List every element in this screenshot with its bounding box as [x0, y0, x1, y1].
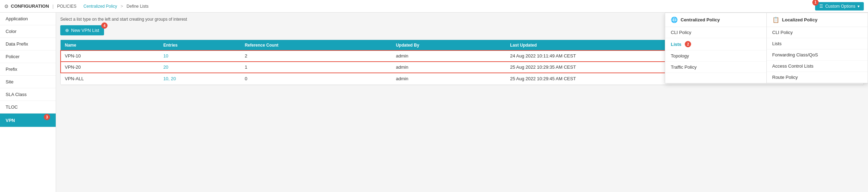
custom-options-icon: ☰: [819, 4, 823, 9]
custom-options-button[interactable]: 1 ☰ Custom Options ▾: [815, 2, 864, 11]
custom-options-badge: 1: [812, 0, 819, 6]
plus-icon: ⊕: [65, 28, 69, 33]
gear-icon: ⚙: [4, 4, 9, 9]
sidebar-item-sla-class[interactable]: SLA Class: [0, 88, 56, 101]
breadcrumb-current: Define Lists: [126, 4, 149, 9]
row1-entries-link[interactable]: 10: [163, 53, 168, 59]
top-bar: ⚙ CONFIGURATION | POLICIES Centralized P…: [0, 0, 868, 13]
localized-cli-policy[interactable]: CLI Policy: [767, 27, 868, 38]
chevron-down-icon: ▾: [857, 4, 860, 9]
row2-ref: 1: [241, 62, 392, 73]
sidebar: Application Color Data Prefix Policer Pr…: [0, 13, 56, 192]
sidebar-item-vpn-label: VPN: [6, 118, 15, 123]
col-name: Name: [61, 40, 159, 50]
centralized-cli-policy[interactable]: CLI Policy: [665, 27, 766, 38]
sidebar-item-policer[interactable]: Policer: [0, 50, 56, 63]
main-layout: Application Color Data Prefix Policer Pr…: [0, 13, 868, 192]
new-vpn-badge: 4: [101, 22, 108, 29]
centralized-policy-col: 🌐 Centralized Policy CLI Policy Lists 2 …: [665, 13, 766, 83]
vpn-badge: 3: [44, 114, 50, 120]
sidebar-item-application[interactable]: Application: [0, 13, 56, 25]
row3-entries[interactable]: 10, 20: [159, 73, 241, 85]
centralized-traffic-policy[interactable]: Traffic Policy: [665, 62, 766, 73]
row3-ref: 0: [241, 73, 392, 85]
sidebar-item-vpn[interactable]: VPN 3: [0, 114, 56, 127]
row1-entries[interactable]: 10: [159, 50, 241, 62]
sidebar-item-color[interactable]: Color: [0, 25, 56, 38]
custom-options-dropdown: 🌐 Centralized Policy CLI Policy Lists 2 …: [665, 13, 868, 83]
custom-options-label: Custom Options: [825, 4, 855, 9]
localized-policy-title: Localized Policy: [782, 17, 818, 22]
row3-entries-link[interactable]: 10, 20: [163, 76, 176, 81]
centralized-topology[interactable]: Topology: [665, 50, 766, 62]
row2-name: VPN-20: [61, 62, 159, 73]
row1-name: VPN-10: [61, 50, 159, 62]
centralized-policy-link[interactable]: Centralized Policy: [83, 4, 117, 9]
row2-entries-link[interactable]: 20: [163, 64, 168, 70]
row2-entries[interactable]: 20: [159, 62, 241, 73]
col-ref-count: Reference Count: [241, 40, 392, 50]
row1-updated-by: admin: [392, 50, 506, 62]
localized-route-policy[interactable]: Route Policy: [767, 72, 868, 83]
row3-name: VPN-ALL: [61, 73, 159, 85]
sidebar-item-tloc[interactable]: TLOC: [0, 101, 56, 114]
sidebar-item-prefix[interactable]: Prefix: [0, 63, 56, 76]
localized-policy-col: 📋 Localized Policy CLI Policy Lists Forw…: [767, 13, 868, 83]
col-entries: Entries: [159, 40, 241, 50]
sidebar-item-data-prefix[interactable]: Data Prefix: [0, 38, 56, 50]
col-updated-by: Updated By: [392, 40, 506, 50]
localized-acl[interactable]: Access Control Lists: [767, 61, 868, 72]
row3-updated-by: admin: [392, 73, 506, 85]
localized-lists[interactable]: Lists: [767, 38, 868, 49]
localized-icon: 📋: [772, 16, 779, 23]
policies-label: POLICIES: [57, 4, 76, 9]
centralized-lists[interactable]: Lists 2: [665, 38, 766, 50]
centralized-policy-title: Centralized Policy: [681, 17, 720, 22]
row2-updated-by: admin: [392, 62, 506, 73]
lists-badge: 2: [685, 41, 691, 47]
row1-ref: 2: [241, 50, 392, 62]
content-area: Select a list type on the left and start…: [56, 13, 868, 192]
localized-policy-header: 📋 Localized Policy: [767, 13, 868, 27]
new-vpn-list-button[interactable]: ⊕ New VPN List 4: [60, 25, 104, 35]
new-vpn-label: New VPN List: [71, 28, 99, 33]
localized-forwarding-class[interactable]: Forwarding Class/QoS: [767, 49, 868, 61]
breadcrumb: ⚙ CONFIGURATION | POLICIES Centralized P…: [4, 4, 149, 9]
centralized-policy-header: 🌐 Centralized Policy: [665, 13, 766, 27]
config-label: CONFIGURATION: [11, 4, 49, 9]
sidebar-item-site[interactable]: Site: [0, 76, 56, 88]
centralized-globe-icon: 🌐: [671, 16, 678, 23]
